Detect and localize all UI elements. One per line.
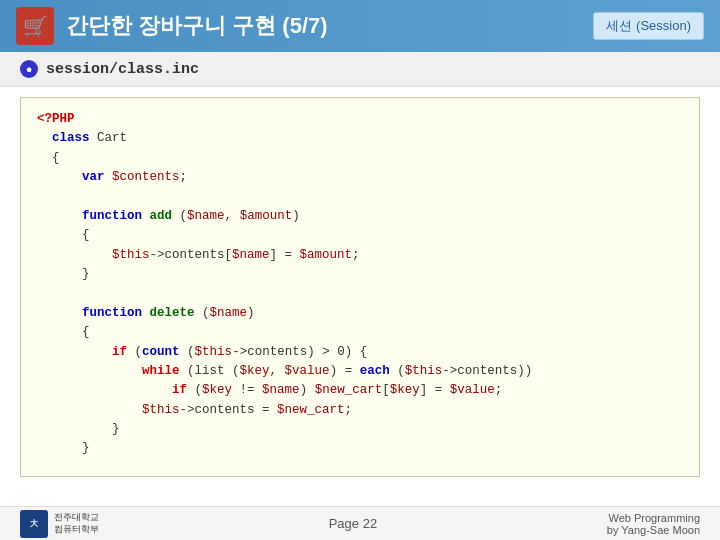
- code-line-5: [37, 188, 683, 207]
- page-number: Page 22: [329, 516, 377, 531]
- code-line-10: [37, 284, 683, 303]
- code-line-8: $this->contents[$name] = $amount;: [37, 246, 683, 265]
- code-line-6: function add ($name, $amount): [37, 207, 683, 226]
- code-container: <?PHP class Cart { var $contents; functi…: [20, 97, 700, 477]
- code-line-14: while (list ($key, $value) = each ($this…: [37, 362, 683, 381]
- credit-line2: by Yang-Sae Moon: [607, 524, 700, 536]
- footer: 大 전주대학교컴퓨터학부 Page 22 Web Programming by …: [0, 506, 720, 540]
- code-line-12: {: [37, 323, 683, 342]
- code-line-16: $this->contents = $new_cart;: [37, 401, 683, 420]
- header: 🛒 간단한 장바구니 구현 (5/7) 세션 (Session): [0, 0, 720, 52]
- code-line-2: class Cart: [37, 129, 683, 148]
- header-icon: 🛒: [16, 7, 54, 45]
- footer-logo: 大 전주대학교컴퓨터학부: [20, 510, 99, 538]
- code-line-17: }: [37, 420, 683, 439]
- code-line-1: <?PHP: [37, 110, 683, 129]
- code-line-7: {: [37, 226, 683, 245]
- subtitle-icon: ●: [20, 60, 38, 78]
- code-line-15: if ($key != $name) $new_cart[$key] = $va…: [37, 381, 683, 400]
- code-line-3: {: [37, 149, 683, 168]
- code-line-18: }: [37, 439, 683, 458]
- subtitle-text: session/class.inc: [46, 61, 199, 78]
- university-logo: 大: [20, 510, 48, 538]
- session-tag: 세션 (Session): [593, 12, 704, 40]
- credit-line1: Web Programming: [609, 512, 701, 524]
- header-title: 간단한 장바구니 구현 (5/7): [66, 11, 328, 41]
- subtitle-bar: ● session/class.inc: [0, 52, 720, 87]
- code-line-19: [37, 459, 683, 477]
- code-line-13: if (count ($this->contents) > 0) {: [37, 343, 683, 362]
- footer-credit: Web Programming by Yang-Sae Moon: [607, 512, 700, 536]
- code-line-9: }: [37, 265, 683, 284]
- code-line-11: function delete ($name): [37, 304, 683, 323]
- university-name: 전주대학교컴퓨터학부: [54, 512, 99, 535]
- code-line-4: var $contents;: [37, 168, 683, 187]
